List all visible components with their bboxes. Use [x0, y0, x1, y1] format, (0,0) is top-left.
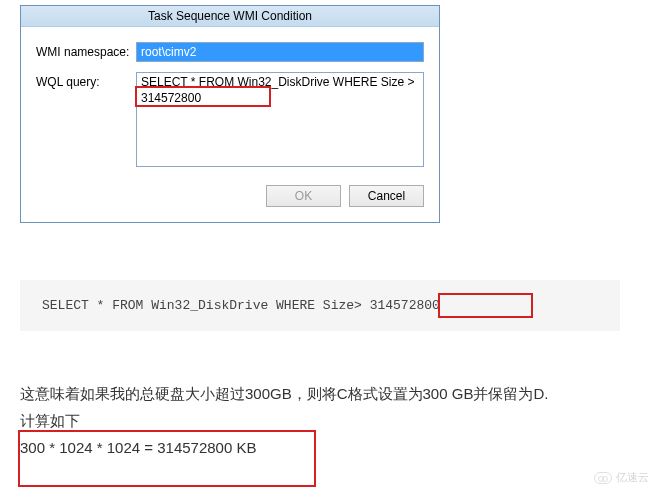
watermark: 亿速云 — [594, 470, 649, 485]
dialog-title: Task Sequence WMI Condition — [21, 6, 439, 27]
namespace-label: WMI namespace: — [36, 42, 136, 59]
namespace-input[interactable] — [136, 42, 424, 62]
wmi-condition-dialog: Task Sequence WMI Condition WMI namespac… — [20, 5, 440, 223]
cancel-button[interactable]: Cancel — [349, 185, 424, 207]
dialog-body: WMI namespace: WQL query: SELECT * FROM … — [21, 27, 439, 222]
query-row: WQL query: SELECT * FROM Win32_DiskDrive… — [36, 72, 424, 170]
watermark-text: 亿速云 — [616, 470, 649, 485]
namespace-row: WMI namespace: — [36, 42, 424, 62]
code-text: SELECT * FROM Win32_DiskDrive WHERE Size… — [42, 298, 440, 313]
explanation-line-3: 300 * 1024 * 1024 = 314572800 KB — [20, 434, 620, 461]
explanation-text: 这意味着如果我的总硬盘大小超过300GB，则将C格式设置为300 GB并保留为D… — [20, 380, 620, 461]
code-block: SELECT * FROM Win32_DiskDrive WHERE Size… — [20, 280, 620, 331]
button-row: OK Cancel — [36, 180, 424, 207]
query-textarea[interactable]: SELECT * FROM Win32_DiskDrive WHERE Size… — [136, 72, 424, 167]
explanation-line-2: 计算如下 — [20, 407, 620, 434]
explanation-line-1: 这意味着如果我的总硬盘大小超过300GB，则将C格式设置为300 GB并保留为D… — [20, 380, 620, 407]
watermark-icon — [594, 472, 612, 484]
ok-button[interactable]: OK — [266, 185, 341, 207]
query-label: WQL query: — [36, 72, 136, 89]
